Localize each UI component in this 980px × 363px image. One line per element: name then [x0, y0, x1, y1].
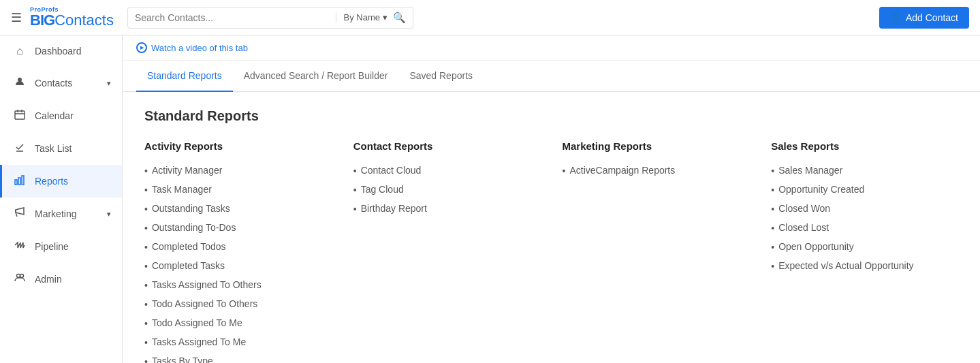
tab-standard-reports[interactable]: Standard Reports: [136, 61, 233, 92]
admin-icon: [13, 272, 27, 286]
open-opportunity-link[interactable]: Open Opportunity: [778, 240, 854, 254]
list-item: Sales Manager: [771, 161, 958, 180]
pipeline-icon: [13, 240, 27, 253]
sidebar-item-reports[interactable]: Reports: [0, 165, 122, 198]
contact-reports-list: Contact Cloud Tag Cloud Birthday Report: [353, 161, 541, 219]
logo: ProProfs BIGContacts: [30, 7, 114, 28]
list-item: Outstanding Tasks: [144, 200, 332, 219]
sidebar-item-pipeline[interactable]: Pipeline: [0, 230, 122, 263]
list-item: Outstanding To-Dos: [144, 219, 332, 238]
svg-rect-7: [18, 178, 20, 185]
svg-point-13: [20, 274, 24, 278]
tasks-by-type-link[interactable]: Tasks By Type: [152, 354, 213, 363]
tab-saved-reports[interactable]: Saved Reports: [398, 61, 484, 92]
list-item: Closed Won: [771, 200, 958, 219]
list-item: Completed Todos: [144, 238, 332, 257]
sidebar-label-dashboard: Dashboard: [35, 46, 82, 57]
list-item: ActiveCampaign Reports: [563, 161, 750, 180]
task-manager-link[interactable]: Task Manager: [152, 183, 212, 197]
completed-tasks-link[interactable]: Completed Tasks: [152, 259, 225, 273]
list-item: Expected v/s Actual Opportunity: [771, 257, 958, 276]
layout: ⌂ Dashboard Contacts ▾ Calendar Task Lis…: [0, 35, 980, 363]
activity-reports-title: Activity Reports: [144, 140, 332, 152]
contact-reports-title: Contact Reports: [353, 140, 541, 152]
main-content: Watch a video of this tab Standard Repor…: [123, 35, 980, 363]
sales-manager-link[interactable]: Sales Manager: [778, 163, 842, 178]
search-icon[interactable]: 🔍: [393, 12, 406, 24]
svg-rect-1: [15, 111, 25, 119]
todo-assigned-me-link[interactable]: Todo Assigned To Me: [152, 316, 242, 330]
search-bar[interactable]: By Name ▾ 🔍: [127, 7, 413, 29]
list-item: Tasks By Type: [144, 352, 332, 363]
chevron-down-icon: ▾: [107, 79, 111, 88]
reports-page-title: Standard Reports: [144, 108, 958, 124]
svg-marker-9: [16, 208, 24, 215]
by-name-dropdown[interactable]: By Name ▾: [336, 12, 387, 22]
by-name-label: By Name: [343, 12, 379, 22]
chevron-down-icon: ▾: [383, 12, 388, 22]
tasks-assigned-others-link[interactable]: Tasks Assigned To Others: [152, 278, 262, 292]
outstanding-tasks-link[interactable]: Outstanding Tasks: [152, 202, 230, 216]
sidebar-label-marketing: Marketing: [35, 208, 76, 219]
opportunity-created-link[interactable]: Opportunity Created: [778, 183, 864, 197]
contact-reports-column: Contact Reports Contact Cloud Tag Cloud …: [353, 140, 541, 363]
calendar-icon: [13, 109, 27, 123]
tag-cloud-link[interactable]: Tag Cloud: [361, 183, 404, 197]
tasks-assigned-me-link[interactable]: Tasks Assigned To Me: [152, 335, 246, 349]
tabs: Standard Reports Advanced Search / Repor…: [123, 61, 980, 92]
dashboard-icon: ⌂: [13, 45, 27, 57]
logo-contacts: Contacts: [54, 12, 114, 29]
list-item: Completed Tasks: [144, 257, 332, 276]
contacts-icon: [13, 76, 27, 90]
hamburger-icon[interactable]: ☰: [11, 10, 22, 25]
list-item: Tasks Assigned To Me: [144, 333, 332, 352]
activecampaign-reports-link[interactable]: ActiveCampaign Reports: [569, 163, 675, 178]
expected-vs-actual-link[interactable]: Expected v/s Actual Opportunity: [778, 259, 913, 273]
tab-advanced-search[interactable]: Advanced Search / Report Builder: [233, 61, 399, 92]
marketing-icon: [13, 207, 27, 221]
add-contact-button[interactable]: 👤 Add Contact: [879, 7, 969, 29]
birthday-report-link[interactable]: Birthday Report: [361, 202, 427, 216]
svg-rect-6: [15, 180, 17, 185]
reports-content: Standard Reports Activity Reports Activi…: [123, 92, 980, 363]
closed-lost-link[interactable]: Closed Lost: [778, 221, 829, 235]
add-contact-label: Add Contact: [906, 12, 958, 23]
list-item: Open Opportunity: [771, 238, 958, 257]
search-input[interactable]: [135, 12, 331, 23]
sidebar-item-admin[interactable]: Admin: [0, 263, 122, 296]
activity-manager-link[interactable]: Activity Manager: [152, 163, 222, 178]
sidebar-label-task-list: Task List: [35, 143, 72, 154]
todo-assigned-others-link[interactable]: Todo Assigned To Others: [152, 297, 257, 311]
sidebar-label-pipeline: Pipeline: [35, 241, 69, 252]
sidebar: ⌂ Dashboard Contacts ▾ Calendar Task Lis…: [0, 35, 123, 363]
contact-cloud-link[interactable]: Contact Cloud: [361, 163, 422, 178]
watch-video-bar: Watch a video of this tab: [123, 35, 980, 61]
logo-text: ProProfs BIGContacts: [30, 7, 114, 28]
closed-won-link[interactable]: Closed Won: [778, 202, 830, 216]
watch-video-link[interactable]: Watch a video of this tab: [136, 42, 248, 53]
sales-reports-list: Sales Manager Opportunity Created Closed…: [771, 161, 958, 276]
sidebar-item-dashboard[interactable]: ⌂ Dashboard: [0, 35, 122, 67]
sidebar-item-contacts[interactable]: Contacts ▾: [0, 67, 122, 99]
svg-rect-8: [22, 176, 24, 185]
sidebar-item-marketing[interactable]: Marketing ▾: [0, 198, 122, 230]
list-item: Activity Manager: [144, 161, 332, 180]
marketing-reports-list: ActiveCampaign Reports: [563, 161, 750, 180]
sidebar-label-contacts: Contacts: [35, 78, 72, 89]
add-contact-icon: 👤: [890, 12, 902, 23]
list-item: Closed Lost: [771, 219, 958, 238]
reports-icon: [13, 174, 27, 188]
sidebar-item-task-list[interactable]: Task List: [0, 132, 122, 165]
play-icon: [136, 42, 147, 53]
outstanding-todos-link[interactable]: Outstanding To-Dos: [152, 221, 236, 235]
list-item: Todo Assigned To Others: [144, 295, 332, 314]
activity-reports-column: Activity Reports Activity Manager Task M…: [144, 140, 332, 363]
list-item: Task Manager: [144, 180, 332, 200]
list-item: Tag Cloud: [353, 180, 541, 200]
sidebar-label-calendar: Calendar: [35, 110, 74, 121]
marketing-reports-column: Marketing Reports ActiveCampaign Reports: [563, 140, 750, 363]
sidebar-item-calendar[interactable]: Calendar: [0, 99, 122, 132]
list-item: Tasks Assigned To Others: [144, 276, 332, 295]
completed-todos-link[interactable]: Completed Todos: [152, 240, 226, 254]
marketing-reports-title: Marketing Reports: [563, 140, 750, 152]
